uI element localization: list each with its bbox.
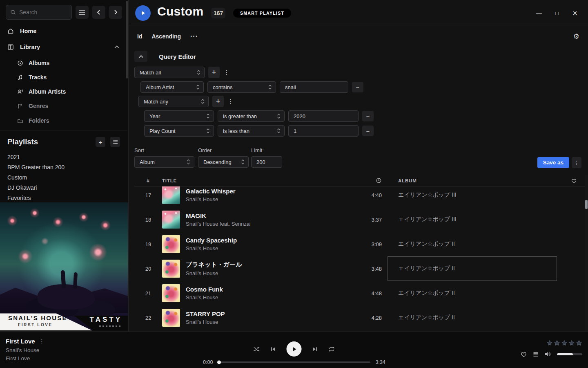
track-art — [162, 284, 180, 302]
sidebar: Home Library Albums Tracks Album Artists… — [0, 0, 129, 331]
table-scrollbar-thumb[interactable] — [585, 200, 588, 209]
table-row[interactable]: 17 Galactic WhisperSnail’s House 4:40 エイ… — [134, 186, 585, 207]
total-time: 3:34 — [376, 359, 385, 365]
table-row[interactable]: 21 Cosmo FunkSnail’s House 4:48 エイリアン☆ポッ… — [134, 281, 585, 305]
maximize-button[interactable]: □ — [548, 7, 566, 19]
sort-field-button[interactable]: Id — [137, 33, 142, 40]
rule-value-input[interactable] — [288, 110, 359, 122]
close-button[interactable]: × — [566, 7, 584, 19]
next-button[interactable] — [312, 346, 318, 352]
select-arrows-icon — [268, 84, 272, 90]
sidebar-item-album-artists[interactable]: Album Artists — [0, 87, 128, 96]
now-playing-artist[interactable]: Snail’s House — [6, 347, 45, 353]
rule-field-select[interactable]: Play Count — [144, 125, 214, 137]
playlist-item[interactable]: Favorites — [0, 193, 127, 203]
rule-value-input[interactable] — [288, 125, 359, 137]
rule-field-select[interactable]: Year — [144, 110, 214, 122]
match-type-select[interactable]: Match any — [138, 96, 209, 107]
sidebar-item-genres[interactable]: Genres — [0, 101, 128, 111]
now-playing-album[interactable]: First Love — [6, 355, 45, 361]
star-icon[interactable] — [568, 340, 575, 346]
rule-operator-select[interactable]: contains — [207, 81, 276, 93]
table-row[interactable]: 20 プラネット・ガールSnail’s House 3:48 エイリアン☆ポップ… — [134, 256, 585, 281]
sidebar-item-label: Albums — [29, 60, 49, 66]
save-options-kebab-icon[interactable]: ⋮ — [572, 157, 581, 168]
add-rule-button[interactable]: + — [212, 96, 224, 107]
search-input[interactable] — [19, 9, 67, 16]
collapse-chevron-icon[interactable] — [114, 45, 119, 49]
track-title: Candy Spaceship — [186, 237, 339, 244]
track-album-selected-cell[interactable]: エイリアン☆ポップ II — [388, 256, 557, 281]
table-row[interactable]: 18 MAGIKSnail’s House feat. Sennzai 3:37… — [134, 207, 585, 232]
sidebar-item-folders[interactable]: Folders — [0, 116, 128, 126]
track-art — [162, 211, 180, 229]
sidebar-item-tracks[interactable]: Tracks — [0, 72, 128, 82]
menu-button[interactable] — [76, 6, 89, 19]
rule-value-input[interactable] — [280, 81, 348, 93]
save-as-button[interactable]: Save as — [537, 157, 569, 168]
track-album: エイリアン☆ポップ III — [388, 207, 557, 232]
add-playlist-button[interactable]: + — [96, 137, 105, 147]
playlist-item[interactable]: 2021 — [0, 152, 127, 162]
column-index-header[interactable]: # — [147, 178, 149, 184]
play-playlist-button[interactable] — [135, 5, 151, 21]
sidebar-item-albums[interactable]: Albums — [0, 58, 128, 68]
repeat-button[interactable] — [328, 346, 335, 352]
table-row[interactable]: 19 Candy SpaceshipSnail’s House 3:09 エイリ… — [134, 232, 585, 256]
remove-rule-button[interactable]: − — [362, 126, 374, 136]
select-arrows-icon — [277, 128, 281, 134]
chevron-left-icon — [96, 9, 102, 15]
match-type-select[interactable]: Match all — [134, 67, 205, 78]
star-icon[interactable] — [561, 340, 568, 346]
playlist-item[interactable]: Custom — [0, 172, 127, 182]
progress-thumb[interactable] — [217, 361, 221, 364]
column-title-header[interactable]: TITLE — [162, 178, 339, 183]
skip-back-icon — [270, 346, 276, 352]
add-rule-button[interactable]: + — [208, 67, 220, 78]
rule-operator-select[interactable]: is less than — [218, 125, 285, 137]
order-select[interactable]: Descending — [198, 156, 249, 168]
collapse-query-button[interactable] — [134, 51, 147, 62]
shuffle-button[interactable] — [253, 346, 260, 352]
sort-direction-button[interactable]: Ascending — [151, 33, 181, 40]
favorite-button[interactable] — [520, 351, 527, 357]
sort-select[interactable]: Album — [134, 156, 194, 168]
volume-slider[interactable] — [557, 353, 582, 355]
volume-button[interactable] — [544, 351, 552, 357]
track-index: 22 — [145, 315, 151, 321]
star-icon[interactable] — [554, 340, 560, 346]
settings-gear-icon[interactable]: ⚙ — [573, 32, 579, 41]
seek-bar[interactable] — [218, 361, 370, 363]
star-icon[interactable] — [546, 340, 553, 346]
column-album-header[interactable]: ALBUM — [388, 178, 557, 183]
rule-operator-select[interactable]: is greater than — [218, 110, 285, 122]
favorite-heart-icon[interactable] — [571, 178, 577, 184]
queue-button[interactable] — [532, 351, 539, 357]
previous-button[interactable] — [270, 346, 276, 352]
table-row[interactable]: 22 STARRY POPSnail’s House 4:28 エイリアン☆ポッ… — [134, 305, 585, 330]
group-options-kebab-icon[interactable]: ⋮ — [223, 69, 230, 76]
now-playing-kebab-icon[interactable]: ⋮ — [39, 338, 45, 344]
playlist-item[interactable]: DJ Okawari — [0, 182, 127, 193]
remove-rule-button[interactable]: − — [352, 82, 363, 92]
star-icon[interactable] — [576, 340, 582, 346]
nav-forward-button[interactable] — [109, 6, 122, 19]
sidebar-item-library[interactable]: Library — [0, 41, 128, 53]
play-pause-button[interactable] — [287, 341, 302, 357]
sidebar-item-home[interactable]: Home — [0, 25, 128, 37]
duration-clock-icon[interactable] — [376, 177, 382, 184]
rule-field-select[interactable]: Album Artist — [140, 81, 204, 93]
nav-back-button[interactable] — [92, 6, 105, 19]
sidebar-scrollbar-thumb[interactable] — [126, 1, 128, 79]
minimize-button[interactable]: — — [530, 7, 548, 19]
limit-input[interactable] — [251, 156, 282, 168]
elapsed-time: 0:00 — [203, 359, 213, 365]
group-options-kebab-icon[interactable]: ⋮ — [227, 98, 234, 105]
search-box[interactable] — [6, 5, 72, 20]
repeat-icon — [328, 346, 335, 352]
remove-rule-button[interactable]: − — [362, 111, 374, 121]
track-index: 17 — [145, 192, 151, 198]
playlist-item[interactable]: BPM Greater than 200 — [0, 162, 127, 172]
playlist-list-button[interactable] — [110, 137, 120, 147]
more-options-icon[interactable]: ··· — [190, 33, 198, 40]
